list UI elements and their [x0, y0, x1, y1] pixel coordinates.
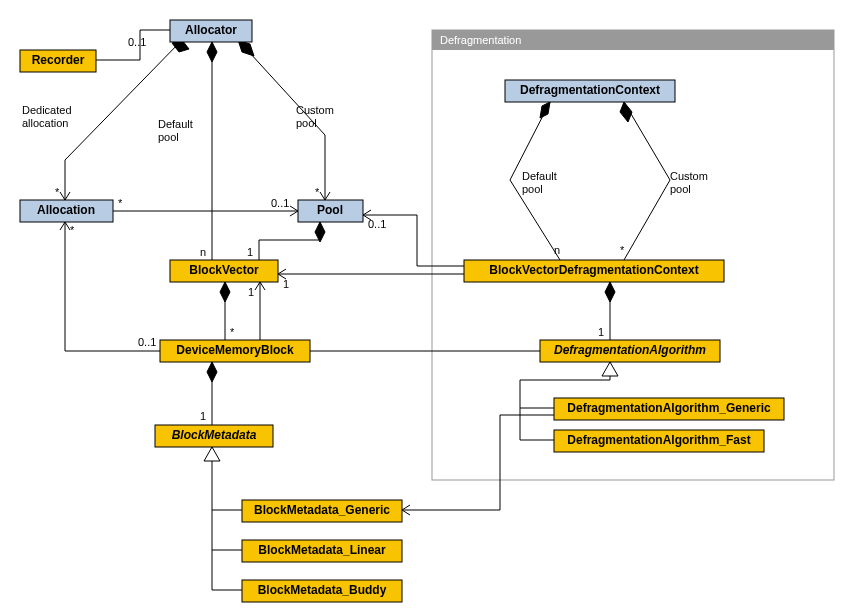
- svg-text:BlockVector: BlockVector: [189, 263, 259, 277]
- svg-text:BlockMetadata: BlockMetadata: [172, 428, 257, 442]
- class-allocation: Allocation: [20, 200, 113, 222]
- diamond-pool-bv: [315, 222, 325, 242]
- mult-alloc-star2: *: [70, 224, 75, 236]
- diamond-dc-bvdc-cus: [620, 102, 632, 122]
- edge-dmb-alloc: [65, 222, 160, 351]
- svg-text:Recorder: Recorder: [32, 53, 85, 67]
- svg-text:BlockMetadata_Linear: BlockMetadata_Linear: [258, 543, 386, 557]
- mult-bm-1: 1: [200, 410, 206, 422]
- frame-title: Defragmentation: [440, 34, 521, 46]
- mult-dmb-01: 0..1: [138, 336, 156, 348]
- svg-text:DefragmentationAlgorithm: DefragmentationAlgorithm: [554, 343, 706, 357]
- mult-bvdc-pool: 0..1: [368, 218, 386, 230]
- class-pool: Pool: [298, 200, 363, 222]
- svg-text:BlockVectorDefragmentationCont: BlockVectorDefragmentationContext: [489, 263, 698, 277]
- svg-text:Pool: Pool: [317, 203, 343, 217]
- class-blockmetadata: BlockMetadata: [155, 425, 273, 447]
- label-defaultpool-2: pool: [158, 131, 179, 143]
- diamond-dmb-bm: [207, 362, 217, 382]
- class-blockmetadata-buddy: BlockMetadata_Buddy: [242, 580, 402, 602]
- diamond-bvdc-da: [605, 282, 615, 302]
- diamond-dc-bvdc-def: [540, 102, 550, 118]
- edge-dag-bmg: [402, 415, 554, 510]
- label-dc-def-2: pool: [522, 183, 543, 195]
- mult-allocation: *: [55, 186, 60, 198]
- svg-text:Allocation: Allocation: [37, 203, 95, 217]
- mult-da-1: 1: [598, 326, 604, 338]
- mult-da-bv-1: 1: [248, 286, 254, 298]
- class-defragalg-fast: DefragmentationAlgorithm_Fast: [554, 430, 764, 452]
- label-custompool-1: Custom: [296, 104, 334, 116]
- class-blockvector: BlockVector: [170, 260, 278, 282]
- svg-text:BlockMetadata_Generic: BlockMetadata_Generic: [254, 503, 390, 517]
- class-defragalgorithm: DefragmentationAlgorithm: [540, 340, 720, 362]
- edge-dc-bvdc-cus: [624, 102, 670, 260]
- class-allocator: Allocator: [170, 20, 252, 42]
- mult-bv-n: n: [200, 246, 206, 258]
- diamond-allocator-blockvector: [207, 42, 217, 62]
- label-dc-cus-2: pool: [670, 183, 691, 195]
- mult-dmb-star: *: [230, 326, 235, 338]
- svg-text:DefragmentationContext: DefragmentationContext: [520, 83, 660, 97]
- class-defragalg-generic: DefragmentationAlgorithm_Generic: [554, 398, 784, 420]
- svg-text:DefragmentationAlgorithm_Fast: DefragmentationAlgorithm_Fast: [567, 433, 750, 447]
- mult-alloc-star: *: [118, 197, 123, 209]
- svg-text:DeviceMemoryBlock: DeviceMemoryBlock: [176, 343, 294, 357]
- tri-bm: [204, 447, 220, 461]
- mult-bvdc-star: *: [620, 244, 625, 256]
- edge-pool-bv: [259, 222, 320, 260]
- mult-bvdc-bv: 1: [283, 278, 289, 290]
- mult-pool-star: *: [315, 186, 320, 198]
- mult-bv-1: 1: [247, 246, 253, 258]
- label-dedicated-2: allocation: [22, 117, 68, 129]
- label-dc-def-1: Default: [522, 170, 557, 182]
- class-defragmentationcontext: DefragmentationContext: [505, 80, 675, 102]
- mult-pool-01: 0..1: [271, 197, 289, 209]
- svg-text:BlockMetadata_Buddy: BlockMetadata_Buddy: [258, 583, 387, 597]
- label-dc-cus-1: Custom: [670, 170, 708, 182]
- svg-text:DefragmentationAlgorithm_Gener: DefragmentationAlgorithm_Generic: [567, 401, 771, 415]
- svg-text:Allocator: Allocator: [185, 23, 237, 37]
- class-blockmetadata-generic: BlockMetadata_Generic: [242, 500, 402, 522]
- label-defaultpool-1: Default: [158, 118, 193, 130]
- class-blockmetadata-linear: BlockMetadata_Linear: [242, 540, 402, 562]
- label-custompool-2: pool: [296, 117, 317, 129]
- mult-bvdc-n: n: [554, 244, 560, 256]
- tri-da: [602, 362, 618, 376]
- label-dedicated-1: Dedicated: [22, 104, 72, 116]
- class-devicememoryblock: DeviceMemoryBlock: [160, 340, 310, 362]
- class-bvdefragcontext: BlockVectorDefragmentationContext: [464, 260, 724, 282]
- class-recorder: Recorder: [20, 50, 96, 72]
- diamond-bv-dmb: [220, 282, 230, 302]
- uml-diagram: Defragmentation 0..1 Dedicated allocatio…: [0, 0, 844, 613]
- mult-recorder: 0..1: [128, 36, 146, 48]
